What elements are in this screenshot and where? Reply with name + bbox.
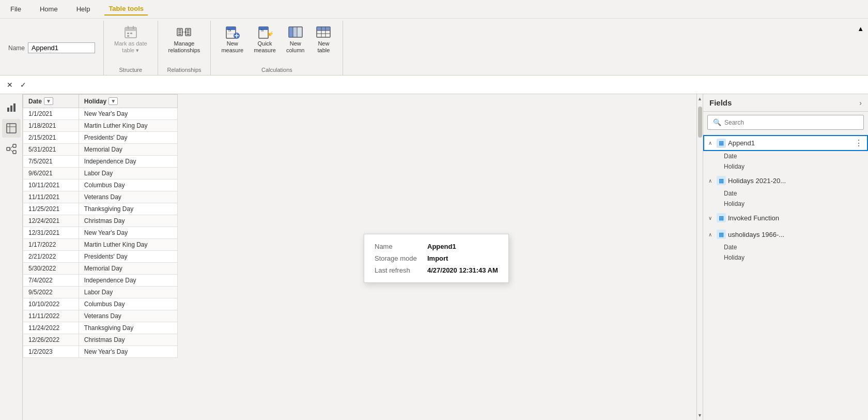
date-filter-button[interactable]: ▼ — [44, 97, 53, 105]
holiday-filter-button[interactable]: ▼ — [109, 97, 118, 105]
svg-text:─ ─ ─: ─ ─ ─ — [227, 32, 235, 35]
menu-help[interactable]: Help — [72, 3, 95, 15]
table-row[interactable]: 5/31/2021 Memorial Day — [23, 144, 178, 156]
field-group-header-append1[interactable]: ∧ ▦ Append1 ⋮ — [703, 135, 868, 151]
svg-rect-49 — [13, 151, 16, 154]
table-row[interactable]: 7/5/2021 Independence Day — [23, 156, 178, 168]
more-options-icon[interactable]: ⋮ — [855, 138, 863, 148]
new-column-button[interactable]: Newcolumn — [282, 23, 308, 56]
menu-home[interactable]: Home — [36, 3, 62, 15]
table-container[interactable]: Date ▼ Holiday ▼ — [23, 94, 703, 420]
new-measure-button[interactable]: fx ─ ─ ─ Newmeasure — [217, 23, 247, 56]
holiday-cell: Presidents' Day — [79, 251, 177, 263]
table-row[interactable]: 1/1/2021 New Year's Day — [23, 108, 178, 120]
holiday-column-header[interactable]: Holiday ▼ — [79, 95, 177, 108]
svg-rect-12 — [187, 29, 190, 31]
table-row[interactable]: 7/4/2022 Independence Day — [23, 275, 178, 287]
fields-search-input[interactable] — [724, 119, 858, 126]
table-row[interactable]: 12/24/2021 Christmas Day — [23, 215, 178, 227]
holiday-cell: Labor Day — [79, 287, 177, 298]
field-group-header-invoked-function[interactable]: ∨ ▦ Invoked Function — [703, 210, 868, 226]
field-item-date-usholidays[interactable]: Date — [703, 242, 868, 252]
field-group-header-usholidays[interactable]: ∧ ▦ usholidays 1966-... — [703, 227, 868, 242]
vertical-scrollbar[interactable]: ▲ ▼ — [696, 94, 703, 420]
holiday-cell: Veterans Day — [79, 191, 177, 203]
field-item-date-holidays-2021[interactable]: Date — [703, 188, 868, 199]
fields-header: Fields › — [703, 94, 868, 112]
holiday-cell: New Year's Day — [79, 227, 177, 239]
date-cell: 9/6/2021 — [23, 168, 79, 179]
date-cell: 1/18/2021 — [23, 120, 79, 132]
relationships-group-label: Relationships — [162, 66, 207, 75]
new-column-icon — [288, 25, 303, 39]
ribbon-collapse-btn[interactable]: ▲ — [853, 21, 868, 75]
field-item-holiday-holidays-2021[interactable]: Holiday — [703, 199, 868, 209]
svg-text:fx: fx — [228, 28, 231, 32]
ribbon-name-area: Name — [0, 21, 104, 75]
table-row[interactable]: 10/11/2021 Columbus Day — [23, 179, 178, 191]
formula-input[interactable] — [33, 81, 864, 88]
menu-file[interactable]: File — [6, 3, 25, 15]
fields-collapse-button[interactable]: › — [859, 99, 862, 107]
table-row[interactable]: 11/11/2021 Veterans Day — [23, 191, 178, 203]
field-group-name-append1: Append1 — [728, 139, 853, 147]
table-row[interactable]: 12/26/2022 Christmas Day — [23, 334, 178, 346]
date-cell: 11/24/2022 — [23, 322, 79, 334]
chart-icon[interactable] — [2, 98, 21, 117]
table-row[interactable]: 2/21/2022 Presidents' Day — [23, 251, 178, 263]
name-input[interactable] — [28, 42, 95, 53]
menu-table-tools[interactable]: Table tools — [104, 3, 148, 16]
fields-title: Fields — [709, 98, 732, 107]
holiday-cell: Independence Day — [79, 275, 177, 287]
manage-relationships-button[interactable]: Managerelationships — [164, 23, 205, 56]
field-item-holiday-append1[interactable]: Holiday — [703, 161, 868, 172]
new-table-label: Newtable — [318, 40, 330, 54]
holiday-col-label: Holiday — [84, 98, 106, 105]
mark-date-table-button[interactable]: Mark as datetable ▾ — [110, 23, 151, 56]
table-row[interactable]: 11/25/2021 Thanksgiving Day — [23, 203, 178, 215]
table-row[interactable]: 12/31/2021 New Year's Day — [23, 227, 178, 239]
formula-bar: ✕ ✓ — [0, 76, 868, 94]
cancel-button[interactable]: ✕ — [4, 79, 16, 91]
field-group-append1: ∧ ▦ Append1 ⋮ DateHoliday — [703, 135, 868, 172]
table-row[interactable]: 10/10/2022 Columbus Day — [23, 298, 178, 310]
table-icon-append1: ▦ — [717, 139, 726, 148]
date-column-header[interactable]: Date ▼ — [23, 95, 79, 108]
table-row[interactable]: 1/17/2022 Martin Luther King Day — [23, 239, 178, 251]
holiday-cell: Memorial Day — [79, 144, 177, 156]
table-row[interactable]: 9/5/2022 Labor Day — [23, 287, 178, 298]
svg-text:⚡: ⚡ — [268, 31, 273, 37]
model-icon[interactable] — [2, 140, 21, 158]
field-item-holiday-usholidays[interactable]: Holiday — [703, 252, 868, 263]
fields-search-bar[interactable]: 🔍 — [707, 115, 864, 130]
confirm-button[interactable]: ✓ — [18, 79, 29, 91]
date-cell: 5/30/2022 — [23, 263, 79, 275]
table-row[interactable]: 11/24/2022 Thanksgiving Day — [23, 322, 178, 334]
expand-icon-holidays-2021: ∧ — [708, 178, 715, 184]
table-row[interactable]: 5/30/2022 Memorial Day — [23, 263, 178, 275]
field-item-date-append1[interactable]: Date — [703, 151, 868, 161]
svg-line-50 — [10, 146, 13, 149]
svg-text:fx: fx — [261, 28, 264, 32]
date-cell: 9/5/2022 — [23, 287, 79, 298]
svg-rect-10 — [178, 34, 181, 35]
svg-rect-4 — [127, 33, 129, 34]
date-cell: 5/31/2021 — [23, 144, 79, 156]
tooltip-refresh-value: 4/27/2020 12:31:43 AM — [427, 266, 498, 274]
svg-rect-48 — [13, 144, 16, 147]
field-group-holidays-2021: ∧ ▦ Holidays 2021-20... DateHoliday — [703, 173, 868, 209]
table-row[interactable]: 1/18/2021 Martin Luther King Day — [23, 120, 178, 132]
quick-measure-button[interactable]: fx ⚡ Quickmeasure — [250, 23, 280, 56]
holiday-cell: Christmas Day — [79, 215, 177, 227]
table-row[interactable]: 1/2/2023 New Year's Day — [23, 346, 178, 358]
holiday-cell: Independence Day — [79, 156, 177, 168]
new-table-button[interactable]: Newtable — [311, 23, 336, 56]
table-icon[interactable] — [2, 119, 21, 138]
left-sidebar — [0, 94, 23, 420]
field-group-header-holidays-2021[interactable]: ∧ ▦ Holidays 2021-20... — [703, 173, 868, 188]
table-row[interactable]: 9/6/2021 Labor Day — [23, 168, 178, 179]
table-row[interactable]: 2/15/2021 Presidents' Day — [23, 132, 178, 144]
table-row[interactable]: 11/11/2022 Veterans Day — [23, 310, 178, 322]
field-group-name-holidays-2021: Holidays 2021-20... — [728, 177, 863, 185]
ribbon-group-relationships: Managerelationships Relationships — [158, 21, 211, 75]
